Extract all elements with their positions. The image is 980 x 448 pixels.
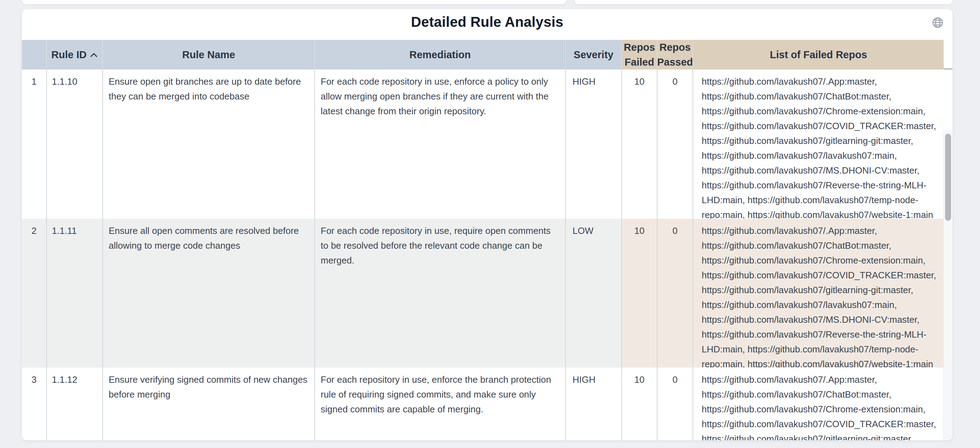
cell-failed-repos-list: https://github.com/lavakush07/.App:maste…	[693, 368, 943, 440]
cell-severity: HIGH	[566, 70, 622, 219]
sort-ascending-icon	[90, 52, 98, 57]
cell-failed-repos-list: https://github.com/lavakush07/.App:maste…	[693, 219, 943, 368]
cell-repos-failed: 10	[622, 219, 657, 368]
cell-repos-passed: 0	[657, 368, 693, 440]
cell-failed-repos-list: https://github.com/lavakush07/.App:maste…	[693, 70, 943, 219]
cell-remediation: For each code repository in use, enforce…	[315, 70, 566, 219]
column-header-repos-failed[interactable]: Repos Failed	[622, 40, 657, 70]
column-header-remediation[interactable]: Remediation	[315, 40, 566, 70]
cell-repos-failed: 10	[622, 70, 657, 219]
column-header-failed-repos-list[interactable]: List of Failed Repos	[693, 40, 943, 70]
column-header-severity[interactable]: Severity	[566, 40, 622, 70]
cell-row-number: 1	[22, 70, 47, 219]
card-header: Detailed Rule Analysis	[22, 9, 953, 40]
cell-remediation: For each repository in use, enforce the …	[315, 368, 566, 440]
cell-rule-name: Ensure open git branches are up to date …	[103, 70, 315, 219]
detailed-rule-analysis-card: Detailed Rule Analysis Rule ID Rule Name…	[22, 9, 953, 440]
globe-icon[interactable]	[932, 17, 943, 28]
cell-severity: LOW	[566, 219, 622, 368]
column-header-rule-name[interactable]: Rule Name	[103, 40, 315, 70]
column-header-index	[22, 40, 47, 70]
table-body: 1 1.1.10 Ensure open git branches are up…	[22, 70, 953, 440]
cell-row-number: 3	[22, 368, 47, 440]
cell-rule-name: Ensure all open comments are resolved be…	[103, 219, 315, 368]
column-header-repos-passed[interactable]: Repos Passed	[657, 40, 693, 70]
vertical-scrollbar[interactable]	[943, 130, 953, 440]
cell-repos-passed: 0	[657, 219, 693, 368]
table-row: 1 1.1.10 Ensure open git branches are up…	[22, 70, 953, 219]
cell-remediation: For each code repository in use, require…	[315, 219, 566, 368]
table-header-row: Rule ID Rule Name Remediation Severity R…	[22, 40, 953, 70]
cell-rule-id: 1.1.11	[47, 219, 103, 368]
cell-severity: HIGH	[566, 368, 622, 440]
cell-row-number: 2	[22, 219, 47, 368]
cell-rule-name: Ensure verifying signed commits of new c…	[103, 368, 315, 440]
page-title: Detailed Rule Analysis	[22, 9, 953, 30]
card-above-left	[22, 0, 566, 4]
cell-rule-id: 1.1.12	[47, 368, 103, 440]
cell-rule-id: 1.1.10	[47, 70, 103, 219]
cell-repos-passed: 0	[657, 70, 693, 219]
cell-repos-failed: 10	[622, 368, 657, 440]
column-header-rule-id-label: Rule ID	[51, 47, 87, 62]
table-row: 2 1.1.11 Ensure all open comments are re…	[22, 219, 953, 368]
scrollbar-thumb[interactable]	[945, 134, 951, 221]
table-row: 3 1.1.12 Ensure verifying signed commits…	[22, 368, 953, 440]
column-header-rule-id[interactable]: Rule ID	[47, 40, 103, 70]
card-above-right	[574, 0, 953, 4]
